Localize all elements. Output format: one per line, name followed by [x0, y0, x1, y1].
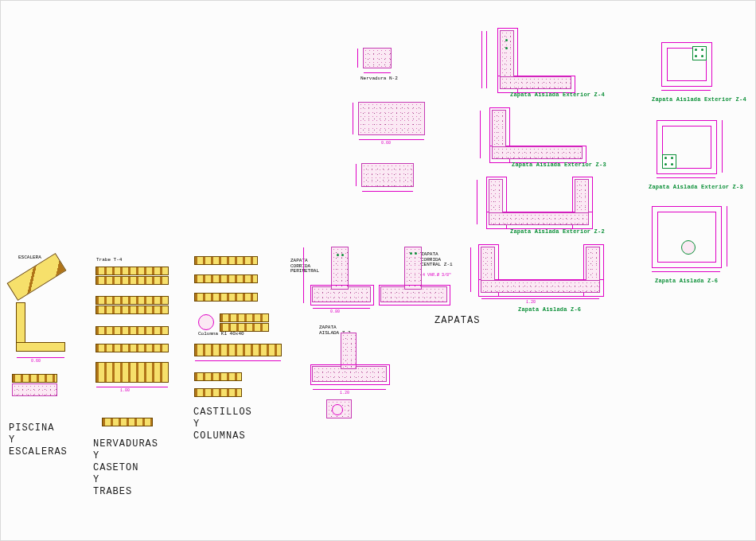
footing-z4 [501, 31, 571, 88]
footing-z2 [489, 180, 588, 224]
beam-row [195, 257, 257, 264]
dim-line [362, 191, 413, 192]
rebar-note: 4 VAR.Ø 3/8" [423, 273, 451, 278]
footing-plan-label-z4: Zapata Aislada Exterior Z-4 [652, 96, 746, 103]
dim-line [17, 357, 64, 358]
dim-line [356, 164, 357, 186]
dim-line [727, 206, 727, 267]
column-annotation: Columna K1 40x40 [198, 332, 244, 337]
beam-row [195, 294, 257, 301]
dim-line [303, 247, 304, 303]
footing-plan-label-z6: Zapata Aislada Z-6 [655, 278, 718, 284]
footing-label-z6: Zapata Aislada Z-6 [518, 306, 581, 313]
pool-ledge [13, 375, 57, 382]
beam-row [96, 306, 168, 313]
beam-row [96, 327, 168, 334]
pool-slab [13, 384, 57, 395]
beam-row [195, 389, 241, 396]
dim-text: 1.00 [120, 388, 130, 393]
dim-line [480, 111, 481, 158]
dim-line [364, 72, 391, 73]
dim-line [481, 31, 482, 88]
footing-plan-z6 [652, 206, 722, 268]
dim-line [359, 139, 424, 140]
footing-plan-z3 [657, 120, 717, 174]
dim-line [486, 31, 487, 88]
beam-row [220, 314, 268, 321]
section-title-castillos: CASTILLOS Y COLUMNAS [193, 407, 252, 442]
beam-row [103, 418, 152, 426]
column-circle-small [332, 404, 343, 415]
dim-line [722, 120, 723, 173]
beam-row [96, 277, 168, 284]
beam-annotation: Trabe T-4 [96, 258, 122, 263]
beam-row [220, 324, 268, 331]
trabe-section [359, 103, 424, 134]
footing-section-perimetral [313, 247, 370, 303]
footing-label-z4: Zapata Aislada Exterior Z-4 [510, 91, 605, 98]
dim-line [96, 387, 168, 387]
dim-line [470, 247, 471, 292]
nerv-section-2 [362, 164, 413, 186]
dim-text: 0.60 [31, 359, 41, 364]
dim-line [353, 103, 353, 134]
dim-line [313, 308, 370, 309]
dim-text: 0.60 [381, 141, 391, 146]
dim-line [313, 389, 386, 390]
footing-plan-label-z3: Zapata Aislada Exterior Z-3 [649, 184, 743, 190]
dim-line [477, 180, 477, 224]
column-beam-long [195, 344, 281, 356]
beam-row [195, 373, 241, 380]
footing-section-aislada [313, 333, 386, 383]
section-title-piscina: PISCINA Y ESCALERAS [9, 422, 68, 458]
trabe-block [96, 363, 168, 382]
footing-label-z3: Zapata Aislada Exterior Z-3 [512, 162, 606, 168]
beam-row [195, 275, 257, 282]
beam-row [96, 344, 168, 352]
column-section-circle [198, 314, 214, 330]
dim-line [652, 271, 720, 272]
nerv-label: Nervadura N-2 [360, 76, 398, 82]
footing-z3 [493, 111, 582, 158]
beam-row [96, 267, 168, 274]
section-title-nervaduras: NERVADURAS Y CASETON Y TRABES [93, 438, 158, 498]
dim-text: 0.80 [330, 309, 340, 314]
stair-annotation: ESCALERA [18, 255, 41, 261]
dim-text: 1.20 [526, 300, 536, 305]
footing-label-z2: Zapata Aislada Exterior Z-2 [510, 228, 605, 235]
nerv-section-1 [364, 49, 391, 68]
footing-plan-z4 [661, 42, 712, 87]
cad-drawing-canvas: PISCINA Y ESCALERAS NERVADURAS Y CASETON… [0, 0, 756, 541]
dim-text: 1.20 [340, 391, 349, 395]
stair-detail-1 [8, 254, 65, 299]
dim-line [657, 177, 715, 178]
section-title-zapatas: ZAPATAS [435, 315, 480, 327]
beam-row [96, 297, 168, 304]
dim-line [195, 360, 281, 361]
dim-line [357, 49, 358, 68]
dim-line [481, 298, 599, 299]
footing-z6 [481, 247, 599, 292]
dim-line [661, 90, 711, 91]
